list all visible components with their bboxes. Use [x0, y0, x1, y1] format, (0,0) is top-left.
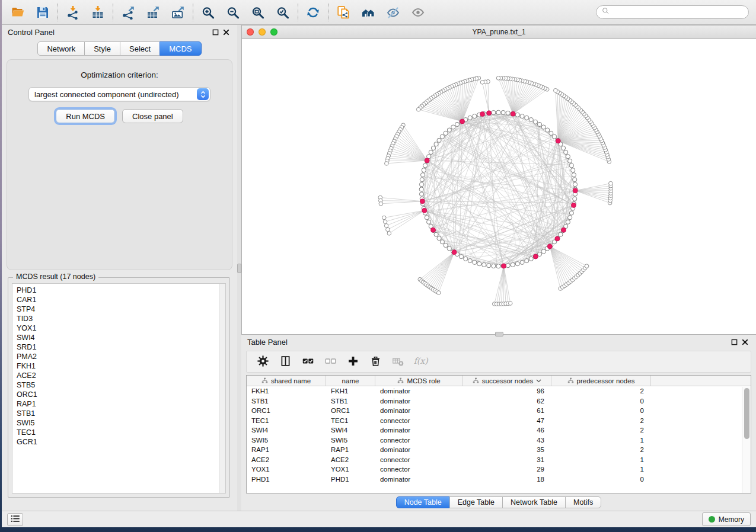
hide-selected-button[interactable] — [381, 1, 406, 24]
table-cell[interactable]: ORC1 — [326, 406, 375, 416]
mcds-result-item[interactable]: ORC1 — [17, 390, 225, 399]
table-cell[interactable]: 29 — [463, 464, 551, 475]
mcds-result-item[interactable]: STP4 — [17, 305, 225, 314]
mcds-result-item[interactable]: CAR1 — [17, 295, 225, 305]
table-cell[interactable]: 0 — [551, 406, 651, 416]
column-header-successor-nodes[interactable]: successor nodes — [463, 376, 551, 386]
table-cell[interactable]: dominator — [375, 396, 463, 406]
mcds-result-item[interactable]: PMA2 — [17, 352, 225, 361]
close-panel-button[interactable]: Close panel — [122, 109, 183, 123]
table-cell[interactable]: ACE2 — [326, 455, 375, 465]
table-cell[interactable]: SWI5 — [247, 435, 326, 446]
table-cell[interactable]: PHD1 — [247, 475, 326, 485]
table-cell[interactable]: 2 — [551, 416, 651, 426]
zoom-out-button[interactable] — [221, 1, 245, 24]
table-row[interactable]: SWI5SWI5connector431 — [247, 435, 751, 446]
horizontal-splitter-grip[interactable] — [495, 332, 503, 336]
mcds-list-scrollbar[interactable] — [219, 284, 225, 493]
table-cell[interactable]: dominator — [375, 445, 463, 455]
table-row[interactable]: YOX1YOX1connector291 — [247, 464, 751, 475]
table-row[interactable]: SWI4SWI4dominator462 — [247, 425, 751, 435]
table-cell[interactable]: connector — [375, 416, 463, 426]
close-icon[interactable] — [739, 336, 750, 347]
network-window-titlebar[interactable]: YPA_prune.txt_1 — [242, 25, 756, 39]
tab-style[interactable]: Style — [84, 41, 120, 56]
open-file-button[interactable] — [5, 1, 30, 24]
zoom-fit-button[interactable] — [245, 1, 270, 24]
table-cell[interactable]: 62 — [463, 396, 551, 406]
mcds-result-item[interactable]: SRD1 — [17, 342, 225, 352]
refresh-button[interactable] — [301, 1, 326, 24]
table-cell[interactable]: RAP1 — [247, 445, 326, 455]
mcds-result-item[interactable]: SWI4 — [17, 333, 225, 342]
export-network-button[interactable] — [116, 1, 141, 24]
table-cell[interactable]: connector — [375, 455, 463, 465]
table-row[interactable]: RAP1RAP1dominator352 — [247, 445, 751, 455]
table-cell[interactable]: dominator — [375, 386, 463, 396]
memory-button[interactable]: Memory — [702, 512, 751, 526]
table-cell[interactable]: 31 — [463, 455, 551, 465]
table-cell[interactable]: FKH1 — [326, 386, 375, 396]
table-row[interactable]: STB1STB1dominator620 — [247, 396, 751, 406]
delete-column-button[interactable] — [365, 352, 385, 371]
minimize-traffic-icon[interactable] — [259, 28, 266, 36]
mcds-result-item[interactable]: PHD1 — [17, 286, 225, 295]
table-cell[interactable]: SWI4 — [326, 425, 375, 435]
table-cell[interactable]: 0 — [551, 475, 651, 485]
tab-edge-table[interactable]: Edge Table — [449, 496, 503, 508]
table-cell[interactable]: 1 — [551, 435, 651, 446]
tab-network[interactable]: Network — [37, 41, 85, 56]
table-cell[interactable]: connector — [375, 435, 463, 446]
table-row[interactable]: ORC1ORC1dominator610 — [247, 406, 751, 416]
mcds-result-item[interactable]: YOX1 — [17, 323, 225, 333]
table-cell[interactable]: SWI4 — [247, 425, 326, 435]
float-icon[interactable] — [210, 27, 221, 37]
search-input[interactable] — [613, 8, 744, 17]
select-all-columns-button[interactable] — [298, 352, 318, 371]
table-row[interactable]: PHD1PHD1dominator180 — [247, 475, 751, 485]
export-image-button[interactable] — [165, 1, 190, 24]
show-columns-button[interactable] — [275, 352, 295, 371]
table-cell[interactable]: YOX1 — [326, 464, 375, 475]
table-cell[interactable]: 1 — [551, 455, 651, 465]
table-cell[interactable]: 18 — [463, 475, 551, 485]
float-icon[interactable] — [729, 336, 739, 347]
mcds-result-item[interactable]: STB5 — [17, 380, 225, 390]
mcds-result-item[interactable]: TEC1 — [17, 428, 225, 437]
close-icon[interactable] — [221, 27, 231, 37]
table-cell[interactable]: dominator — [375, 425, 463, 435]
tab-select[interactable]: Select — [120, 41, 160, 56]
delete-table-button[interactable] — [388, 352, 408, 371]
show-all-button[interactable] — [406, 1, 430, 24]
unselect-all-columns-button[interactable] — [320, 352, 340, 371]
table-cell[interactable]: YOX1 — [247, 464, 326, 475]
table-row[interactable]: TEC1TEC1connector472 — [247, 416, 751, 426]
mcds-result-item[interactable]: FKH1 — [17, 361, 225, 371]
column-settings-button[interactable] — [253, 352, 273, 371]
import-network-button[interactable] — [60, 1, 85, 24]
task-history-button[interactable] — [7, 513, 23, 526]
mcds-result-item[interactable]: ACE2 — [17, 371, 225, 380]
table-cell[interactable]: 47 — [463, 416, 551, 426]
table-cell[interactable]: 61 — [463, 406, 551, 416]
import-table-button[interactable] — [85, 1, 110, 24]
tab-mcds[interactable]: MCDS — [160, 41, 201, 56]
mcds-result-item[interactable]: GCR1 — [17, 437, 225, 447]
mcds-result-item[interactable]: SWI5 — [17, 418, 225, 428]
table-cell[interactable]: SWI5 — [326, 435, 375, 446]
table-cell[interactable]: 43 — [463, 435, 551, 446]
close-traffic-icon[interactable] — [247, 28, 254, 36]
table-cell[interactable]: 2 — [551, 386, 651, 396]
table-cell[interactable]: 2 — [551, 425, 651, 435]
tab-network-table[interactable]: Network Table — [502, 496, 566, 508]
table-scrollbar[interactable] — [742, 387, 751, 493]
table-cell[interactable]: ORC1 — [247, 406, 326, 416]
table-cell[interactable]: FKH1 — [247, 386, 326, 396]
table-cell[interactable]: TEC1 — [247, 416, 326, 426]
table-scrollbar-thumb[interactable] — [744, 388, 749, 439]
column-header-name[interactable]: name — [326, 376, 375, 386]
table-row[interactable]: FKH1FKH1dominator962 — [247, 386, 751, 396]
first-neighbors-button[interactable] — [356, 1, 381, 24]
table-cell[interactable]: 96 — [463, 386, 551, 396]
table-cell[interactable]: dominator — [375, 406, 463, 416]
